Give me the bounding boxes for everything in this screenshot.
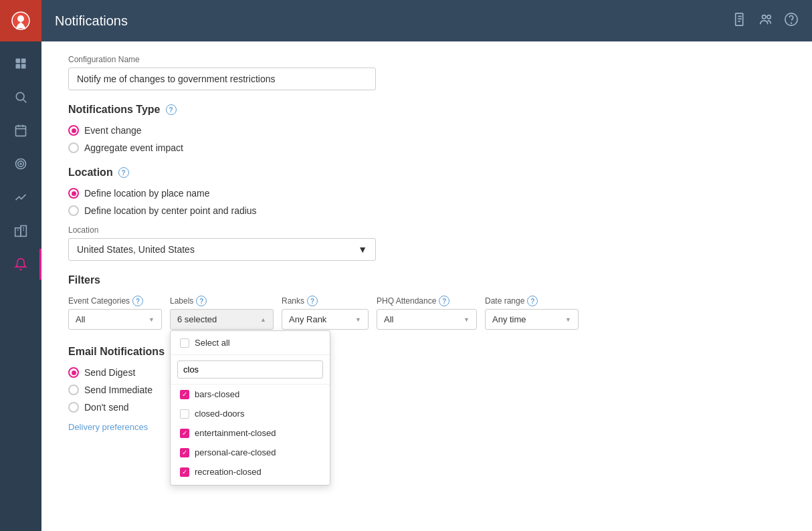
notifications-type-section: Notifications Type ? Event change Aggreg…: [68, 104, 785, 153]
svg-point-27: [791, 23, 792, 23]
notifications-type-title: Notifications Type ?: [68, 104, 785, 116]
date-chevron-icon: ▼: [565, 316, 571, 323]
ranks-label: Ranks ?: [282, 296, 369, 306]
date-range-label: Date range ?: [485, 296, 579, 306]
svg-point-1: [17, 15, 24, 22]
delivery-preferences-link[interactable]: Delivery preferences: [68, 422, 148, 432]
location-field-label: Location: [68, 225, 785, 235]
notifications-type-help[interactable]: ?: [166, 104, 177, 115]
phq-attendance-help[interactable]: ?: [439, 296, 449, 306]
location-section: Location ? Define location by place name…: [68, 167, 785, 261]
send-digest-circle: [68, 367, 79, 378]
date-range-dropdown[interactable]: Any time ▼: [485, 309, 579, 330]
phq-attendance-dropdown[interactable]: All ▼: [377, 309, 477, 330]
select-all-checkbox[interactable]: [180, 338, 189, 348]
svg-rect-16: [21, 226, 26, 237]
radio-center-point-circle: [68, 205, 79, 216]
header-actions: [733, 12, 799, 29]
svg-rect-2: [16, 59, 21, 64]
recreation-closed-checkbox[interactable]: [180, 467, 189, 477]
event-categories-dropdown[interactable]: All ▼: [68, 309, 162, 330]
ranks-help[interactable]: ?: [307, 296, 318, 306]
svg-line-7: [23, 100, 27, 103]
label-item-more[interactable]: ...: [171, 482, 330, 485]
location-radio-options: Define location by place name Define loc…: [68, 188, 785, 216]
dont-send-circle: [68, 402, 79, 413]
sidebar-item-search[interactable]: [0, 82, 41, 112]
svg-rect-8: [16, 126, 26, 136]
labels-group: Labels ? 6 selected ▲ Select all: [170, 296, 274, 330]
page-title: Notifications: [55, 13, 128, 29]
help-icon[interactable]: [784, 12, 799, 29]
config-name-section: Configuration Name: [68, 55, 785, 90]
entertainment-closed-checkbox[interactable]: [180, 429, 189, 438]
labels-help[interactable]: ?: [196, 296, 207, 306]
location-title: Location ?: [68, 167, 785, 179]
labels-list: bars-closed closed-doors entertainment-c…: [171, 385, 330, 485]
users-icon[interactable]: [758, 12, 773, 29]
svg-rect-20: [736, 13, 743, 25]
label-item-bars-closed[interactable]: bars-closed: [171, 385, 330, 404]
radio-place-name[interactable]: Define location by place name: [68, 188, 785, 199]
labels-dropdown[interactable]: 6 selected ▲: [170, 309, 274, 330]
phq-chevron-icon: ▼: [464, 316, 470, 323]
sidebar: [0, 0, 41, 531]
document-icon[interactable]: [733, 12, 748, 29]
sidebar-item-calendar[interactable]: [0, 115, 41, 146]
location-chevron-icon: ▼: [358, 244, 367, 255]
event-categories-help[interactable]: ?: [132, 296, 143, 306]
sidebar-item-target[interactable]: [0, 148, 41, 179]
svg-point-6: [16, 92, 24, 100]
radio-aggregate-event[interactable]: Aggregate event impact: [68, 142, 785, 153]
select-all-item[interactable]: Select all: [171, 331, 330, 355]
location-help[interactable]: ?: [118, 167, 129, 178]
radio-center-point[interactable]: Define location by center point and radi…: [68, 205, 785, 216]
radio-aggregate-circle: [68, 142, 79, 153]
svg-point-25: [767, 15, 771, 19]
header: Notifications: [41, 0, 812, 41]
radio-event-change[interactable]: Event change: [68, 125, 785, 136]
labels-label: Labels ?: [170, 296, 274, 306]
phq-attendance-group: PHQ Attendance ? All ▼: [377, 296, 477, 330]
popup-search-area: [171, 355, 330, 385]
sidebar-item-dashboard[interactable]: [0, 48, 41, 79]
labels-popup: Select all bars-closed: [170, 330, 330, 486]
phq-attendance-label: PHQ Attendance ?: [377, 296, 477, 306]
content: Configuration Name Notifications Type ? …: [41, 41, 812, 531]
svg-point-24: [763, 15, 767, 19]
ranks-group: Ranks ? Any Rank ▼: [282, 296, 369, 330]
app-logo[interactable]: [0, 0, 41, 41]
radio-place-name-circle: [68, 188, 79, 199]
date-range-help[interactable]: ?: [527, 296, 538, 306]
radio-event-change-circle: [68, 125, 79, 136]
config-name-label: Configuration Name: [68, 55, 785, 64]
label-item-personal-care-closed[interactable]: personal-care-closed: [171, 443, 330, 462]
send-immediate-circle: [68, 385, 79, 395]
filters-title: Filters: [68, 274, 785, 286]
label-item-entertainment-closed[interactable]: entertainment-closed: [171, 423, 330, 443]
event-categories-label: Event Categories ?: [68, 296, 162, 306]
sidebar-item-analytics[interactable]: [0, 182, 41, 213]
labels-chevron-icon: ▲: [260, 316, 266, 323]
event-categories-group: Event Categories ? All ▼: [68, 296, 162, 330]
label-item-closed-doors[interactable]: closed-doors: [171, 404, 330, 423]
config-name-input[interactable]: [68, 68, 376, 90]
filters-section: Filters Event Categories ? All ▼: [68, 274, 785, 330]
bars-closed-checkbox[interactable]: [180, 390, 189, 399]
ranks-chevron-icon: ▼: [355, 316, 361, 323]
closed-doors-checkbox[interactable]: [180, 409, 189, 419]
date-range-group: Date range ? Any time ▼: [485, 296, 579, 330]
sidebar-item-buildings[interactable]: [0, 215, 41, 246]
svg-rect-5: [21, 64, 26, 69]
notifications-type-options: Event change Aggregate event impact: [68, 125, 785, 153]
personal-care-closed-checkbox[interactable]: [180, 448, 189, 457]
main-area: Notifications Configuration Name Notific…: [41, 0, 812, 531]
svg-rect-4: [16, 64, 21, 69]
ranks-dropdown[interactable]: Any Rank ▼: [282, 309, 369, 330]
sidebar-item-notifications[interactable]: [0, 249, 41, 280]
location-dropdown[interactable]: United States, United States ▼: [68, 238, 376, 261]
event-cat-chevron-icon: ▼: [148, 316, 155, 323]
label-item-recreation-closed[interactable]: recreation-closed: [171, 462, 330, 482]
location-value: United States, United States: [77, 244, 195, 255]
labels-search-input[interactable]: [177, 360, 323, 379]
